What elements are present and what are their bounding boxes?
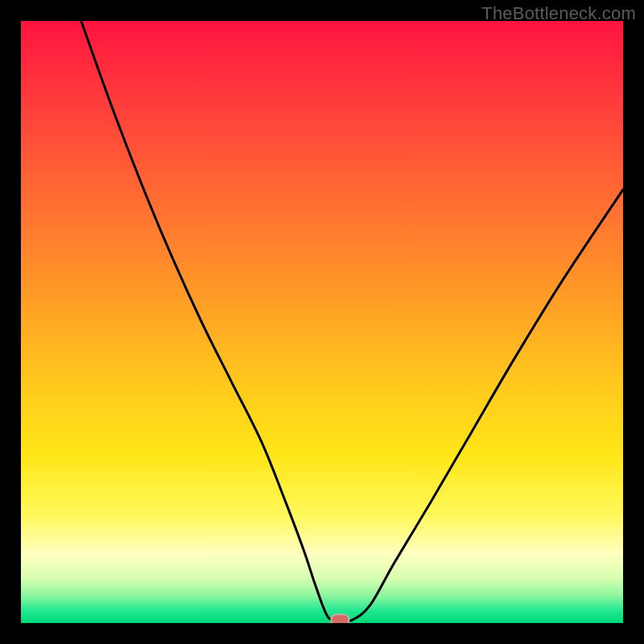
optimal-point-marker xyxy=(331,614,349,623)
chart-svg xyxy=(21,21,623,623)
plot-area xyxy=(21,21,623,623)
watermark-text: TheBottleneck.com xyxy=(481,3,636,24)
chart-frame: TheBottleneck.com xyxy=(0,0,644,644)
gradient-background xyxy=(21,21,623,623)
